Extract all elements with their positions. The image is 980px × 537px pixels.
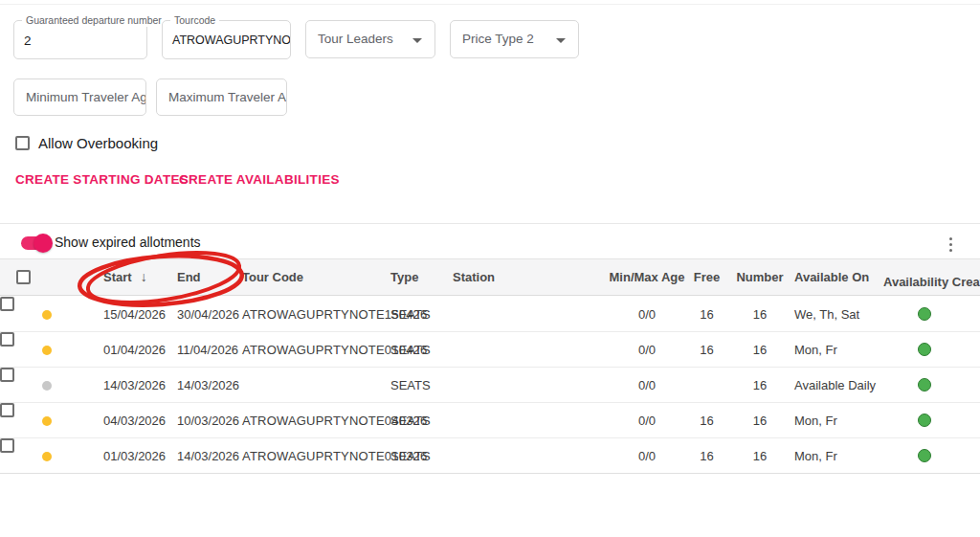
number: 16: [732, 403, 788, 438]
end-date[interactable]: 14/03/2026: [177, 438, 239, 474]
price-type-select[interactable]: Price Type 2: [450, 20, 579, 58]
min-max-age: 0/0: [603, 332, 691, 368]
row-checkbox[interactable]: [0, 368, 14, 382]
column-header-availability-created[interactable]: Availability Created: [883, 264, 966, 300]
type: SEATS: [390, 368, 431, 403]
table-header-row: Start↓ End Tour Code Type Station Min/Ma…: [0, 258, 980, 296]
column-header-available-on[interactable]: Available On: [794, 259, 869, 295]
kebab-dot: [949, 243, 952, 246]
column-header-start[interactable]: Start↓: [103, 259, 147, 295]
column-header-tour-code[interactable]: Tour Code: [242, 259, 303, 295]
create-availabilities-button[interactable]: CREATE AVAILABILITIES: [179, 172, 340, 187]
available-on: Mon, Fr: [794, 332, 837, 368]
type: SEATS: [390, 297, 431, 332]
type: SEATS: [390, 403, 431, 438]
end-date[interactable]: 10/03/2026: [177, 403, 239, 438]
row-checkbox[interactable]: [0, 403, 14, 417]
table-row[interactable]: 01/03/2026 14/03/2026 ATROWAGUPRTYNOTE01…: [0, 438, 980, 474]
kebab-dot: [949, 237, 952, 240]
free: 16: [681, 438, 732, 474]
kebab-dot: [949, 249, 952, 252]
toggle-thumb: [33, 234, 53, 253]
field-label: Tourcode: [170, 14, 219, 27]
end-date[interactable]: 11/04/2026: [177, 332, 238, 368]
number: 16: [732, 368, 788, 403]
number: 16: [732, 438, 788, 474]
start-date[interactable]: 01/03/2026: [103, 438, 166, 474]
column-header-station[interactable]: Station: [453, 259, 495, 295]
availability-created-dot: [918, 307, 931, 321]
status-dot: [42, 346, 52, 355]
availability-created-dot: [918, 343, 931, 356]
table-row[interactable]: 15/04/2026 30/04/2026 ATROWAGUPRTYNOTE15…: [0, 297, 980, 332]
table-row[interactable]: 04/03/2026 10/03/2026 ATROWAGUPRTYNOTE04…: [0, 403, 980, 438]
table-row[interactable]: 14/03/2026 14/03/2026 SEATS 0/0 16 Avail…: [0, 368, 980, 403]
status-dot: [42, 310, 52, 320]
availability-created-dot: [918, 449, 931, 462]
end-date[interactable]: 30/04/2026: [177, 297, 239, 332]
available-on: Mon, Fr: [794, 438, 837, 474]
start-date[interactable]: 14/03/2026: [103, 368, 166, 403]
type: SEATS: [390, 332, 431, 368]
column-header-number[interactable]: Number: [732, 259, 788, 295]
number: 16: [732, 332, 788, 368]
start-date[interactable]: 15/04/2026: [103, 297, 166, 332]
allotments-screen: Guaranteed departure number 2 Tourcode A…: [0, 0, 980, 537]
minimum-traveler-age-field[interactable]: Minimum Traveler Age: [13, 78, 146, 116]
more-options-kebab-button[interactable]: [942, 234, 959, 255]
available-on: Available Daily: [794, 368, 876, 403]
column-header-min-max-age[interactable]: Min/Max Age: [603, 259, 691, 295]
column-header-label: Start: [103, 270, 132, 284]
free: 16: [681, 297, 732, 332]
field-label: Guaranteed departure number: [22, 14, 166, 27]
maximum-traveler-age-field[interactable]: Maximum Traveler Age: [156, 78, 287, 116]
allow-overbooking-label: Allow Overbooking: [38, 135, 158, 151]
section-divider: [0, 223, 980, 224]
field-value: 2: [14, 21, 146, 60]
start-date[interactable]: 01/04/2026: [103, 332, 166, 368]
field-value: ATROWAGUPRTYNOTE15: [163, 21, 290, 60]
sort-descending-icon[interactable]: ↓: [141, 269, 147, 284]
free: 16: [681, 403, 732, 438]
start-date[interactable]: 04/03/2026: [103, 403, 166, 438]
table-row[interactable]: 01/04/2026 11/04/2026 ATROWAGUPRTYNOTE01…: [0, 332, 980, 368]
type: SEATS: [390, 438, 431, 474]
select-all-checkbox[interactable]: [16, 270, 31, 284]
availability-created-dot: [918, 378, 931, 392]
row-checkbox[interactable]: [0, 297, 14, 311]
top-divider: [0, 4, 980, 5]
min-max-age: 0/0: [603, 368, 691, 403]
number: 16: [732, 297, 788, 332]
show-expired-allotments-toggle[interactable]: [19, 235, 52, 251]
min-max-age: 0/0: [603, 297, 691, 332]
min-max-age: 0/0: [603, 403, 691, 438]
table-body: 15/04/2026 30/04/2026 ATROWAGUPRTYNOTE15…: [0, 297, 980, 474]
allow-overbooking-checkbox[interactable]: [15, 136, 30, 150]
column-header-free[interactable]: Free: [681, 259, 732, 295]
status-dot: [42, 381, 52, 391]
row-checkbox[interactable]: [0, 332, 14, 347]
status-dot: [42, 452, 52, 461]
row-checkbox[interactable]: [0, 438, 14, 453]
pagination-bar: Jump to page 1 Items per page: 10 1 – 5 …: [0, 474, 980, 527]
end-date[interactable]: 14/03/2026: [177, 368, 239, 403]
free: 16: [681, 332, 732, 368]
column-header-end[interactable]: End: [177, 259, 201, 295]
available-on: We, Th, Sat: [794, 297, 859, 332]
field-placeholder: Minimum Traveler Age: [14, 79, 145, 115]
column-header-type[interactable]: Type: [390, 259, 418, 295]
min-max-age: 0/0: [603, 438, 691, 474]
create-starting-dates-button[interactable]: CREATE STARTING DATES: [15, 172, 189, 187]
availability-created-dot: [918, 414, 931, 427]
dropdown-arrow-icon: [412, 38, 422, 43]
available-on: Mon, Fr: [794, 403, 837, 438]
status-dot: [42, 416, 52, 426]
tour-leaders-select[interactable]: Tour Leaders: [305, 20, 435, 58]
field-placeholder: Maximum Traveler Age: [157, 79, 286, 115]
dropdown-arrow-icon: [556, 38, 566, 43]
tourcode-field[interactable]: Tourcode ATROWAGUPRTYNOTE15: [162, 20, 291, 59]
show-expired-allotments-label: Show expired allotments: [55, 235, 201, 250]
guaranteed-departure-number-field[interactable]: Guaranteed departure number 2: [13, 20, 147, 59]
